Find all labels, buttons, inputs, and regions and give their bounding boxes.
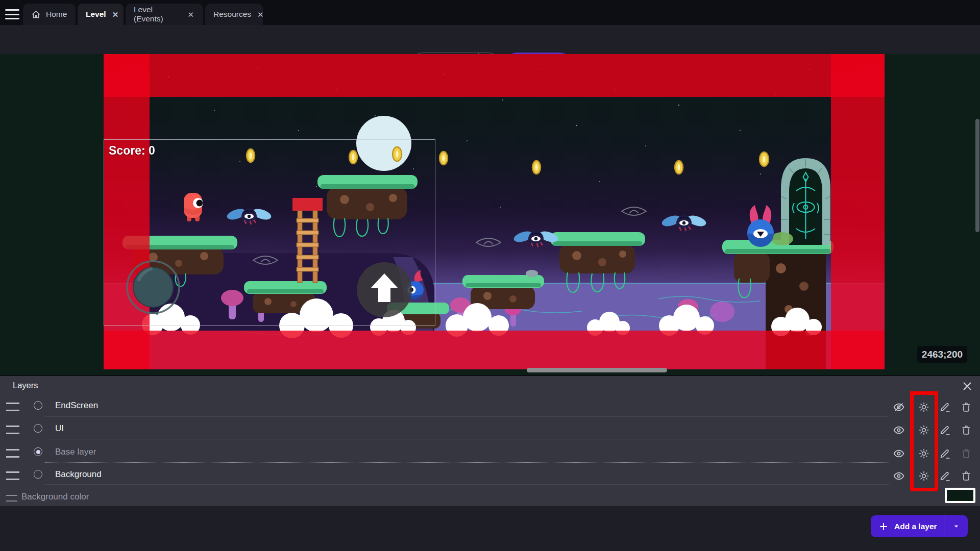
layer-radio[interactable] bbox=[34, 424, 42, 433]
lighting-sun-icon[interactable] bbox=[918, 447, 930, 460]
edit-pencil-icon[interactable] bbox=[939, 470, 951, 482]
home-icon bbox=[31, 10, 41, 19]
layer-radio[interactable] bbox=[34, 401, 42, 410]
layer-drag-handle[interactable] bbox=[6, 403, 19, 411]
visibility-eye-icon[interactable] bbox=[893, 447, 905, 460]
tab-label: Level (Events) bbox=[134, 5, 181, 23]
lighting-sun-icon[interactable] bbox=[918, 424, 930, 436]
layer-radio-selected[interactable] bbox=[34, 447, 42, 456]
layer-name-underline bbox=[45, 462, 889, 463]
add-layer-button[interactable]: Add a layer bbox=[871, 515, 944, 537]
add-layer-label: Add a layer bbox=[894, 522, 937, 531]
panel-footer: Add a layer bbox=[0, 506, 980, 551]
delete-trash-icon[interactable] bbox=[960, 424, 972, 436]
edit-pencil-icon[interactable] bbox=[939, 447, 951, 460]
delete-trash-icon[interactable] bbox=[960, 470, 972, 482]
camera-selection-rectangle[interactable] bbox=[104, 139, 435, 326]
chevron-down-icon bbox=[952, 522, 960, 530]
cursor-coordinates-badge: 2463;200 bbox=[917, 346, 967, 363]
main-menu-hamburger-icon[interactable] bbox=[5, 9, 19, 19]
layer-name-input[interactable]: UI bbox=[55, 423, 64, 434]
lighting-sun-icon[interactable] bbox=[918, 401, 930, 413]
tab-resources[interactable]: Resources ✕ bbox=[205, 4, 263, 25]
edit-pencil-icon[interactable] bbox=[939, 424, 951, 436]
arch-portal-sprite[interactable] bbox=[781, 158, 830, 245]
visibility-eye-icon[interactable] bbox=[893, 424, 905, 436]
layer-radio[interactable] bbox=[34, 470, 42, 479]
layer-name-underline bbox=[45, 485, 889, 485]
gdevelop-editor-window: Home Level ✕ Level (Events) ✕ Resources … bbox=[0, 0, 980, 551]
layer-drag-handle[interactable] bbox=[6, 425, 19, 434]
background-color-drag-handle bbox=[6, 495, 17, 502]
score-label: Score: 0 bbox=[109, 144, 155, 158]
background-color-swatch[interactable] bbox=[945, 488, 975, 503]
close-tab-icon[interactable]: ✕ bbox=[256, 10, 265, 19]
visibility-off-eye-icon[interactable] bbox=[893, 401, 905, 413]
toolbar: Preview Publish bbox=[0, 25, 980, 54]
visibility-eye-icon[interactable] bbox=[893, 470, 905, 482]
layer-name-input[interactable]: Base layer bbox=[55, 447, 96, 457]
delete-trash-icon[interactable] bbox=[960, 401, 972, 413]
tab-label: Level bbox=[86, 10, 106, 19]
layer-name-underline bbox=[45, 416, 889, 416]
layer-name-underline bbox=[45, 439, 889, 439]
add-layer-dropdown[interactable] bbox=[944, 515, 968, 537]
delete-trash-icon-disabled bbox=[960, 447, 972, 460]
layers-panel-title: Layers bbox=[13, 381, 38, 390]
tab-home[interactable]: Home bbox=[23, 4, 76, 25]
close-panel-icon[interactable] bbox=[962, 381, 973, 392]
scene-canvas[interactable]: Score: 0 2463;200 bbox=[0, 54, 980, 375]
layer-drag-handle[interactable] bbox=[6, 471, 19, 480]
lighting-sun-icon[interactable] bbox=[918, 470, 930, 482]
background-color-label: Background color bbox=[21, 492, 89, 502]
tab-label: Home bbox=[46, 10, 67, 19]
tab-level-events[interactable]: Level (Events) ✕ bbox=[126, 4, 203, 25]
layer-name-input[interactable]: Background bbox=[55, 469, 102, 480]
layer-name-input[interactable]: EndScreen bbox=[55, 400, 98, 411]
layers-panel: Layers EndScreen UI Base layer Backgroun bbox=[0, 375, 980, 506]
edit-pencil-icon[interactable] bbox=[939, 401, 951, 413]
tab-level[interactable]: Level ✕ bbox=[78, 4, 124, 25]
horizontal-scrollbar[interactable] bbox=[527, 368, 667, 372]
plus-icon bbox=[879, 522, 888, 531]
tab-label: Resources bbox=[213, 10, 251, 19]
add-layer-split-button: Add a layer bbox=[871, 515, 968, 537]
vertical-scrollbar[interactable] bbox=[975, 119, 979, 232]
layer-drag-handle[interactable] bbox=[6, 449, 19, 458]
tab-bar: Home Level ✕ Level (Events) ✕ Resources … bbox=[0, 0, 980, 25]
close-tab-icon[interactable]: ✕ bbox=[186, 10, 195, 19]
close-tab-icon[interactable]: ✕ bbox=[111, 10, 120, 19]
